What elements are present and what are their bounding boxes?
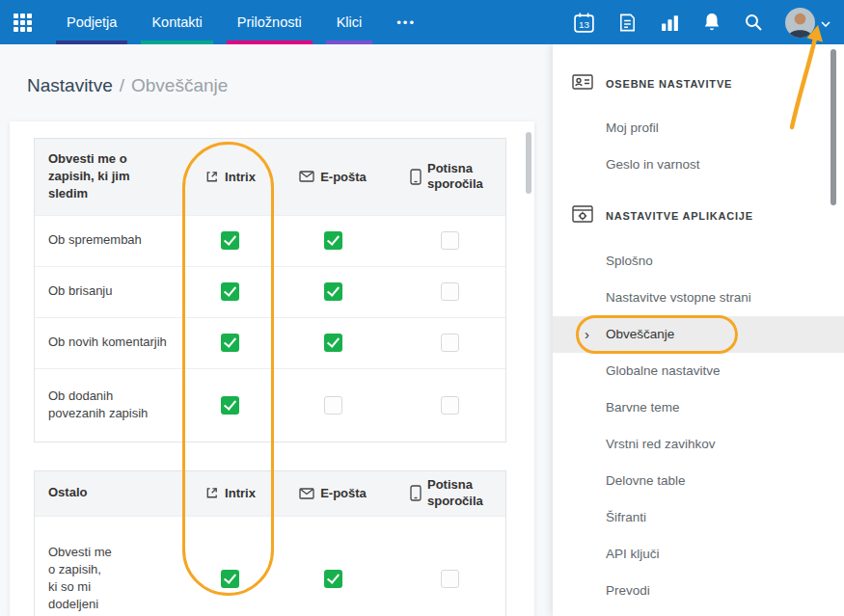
sidebar-item-splosno[interactable]: Splošno <box>553 243 844 280</box>
person-card-icon <box>572 73 593 94</box>
nav-tab-podjetja[interactable]: Podjetja <box>56 0 127 44</box>
nav-tab-label: Podjetja <box>67 14 117 30</box>
table-row-ob-dodanih-povezanih: Ob dodanih povezanih zapisih <box>35 368 505 442</box>
intrix-app-icon <box>204 170 219 184</box>
table-header-row: Obvesti me o zapisih, ki jim sledim Intr… <box>35 139 505 215</box>
sidebar-item-label: Obveščanje <box>606 327 674 341</box>
breadcrumb-nastavitve[interactable]: Nastavitve <box>27 75 113 95</box>
sidebar-scrollbar[interactable] <box>830 49 836 205</box>
sidebar-item-barvne-teme[interactable]: Barvne teme <box>553 389 844 426</box>
column-header-intrix: Intrix <box>186 170 274 184</box>
bell-icon[interactable] <box>702 12 721 33</box>
notes-icon[interactable] <box>617 13 638 33</box>
checkbox-potisna[interactable] <box>441 334 459 352</box>
column-label: Potisna sporočila <box>427 477 489 509</box>
nav-tab-label: Klici <box>337 14 363 30</box>
chevron-right-icon: › <box>585 316 589 353</box>
smartphone-icon <box>410 169 422 185</box>
checkbox-potisna[interactable] <box>441 570 459 588</box>
checkbox-eposta[interactable] <box>324 231 342 250</box>
table-row-ob-novih-komentarjih: Ob novih komentarjih <box>35 317 505 368</box>
row-label: Ob novih komentarjih <box>35 322 186 362</box>
checkbox-eposta[interactable] <box>324 334 342 352</box>
breadcrumb: Nastavitve/Obveščanje <box>27 75 228 96</box>
checkbox-intrix[interactable] <box>221 570 239 588</box>
checkbox-eposta[interactable] <box>324 396 342 415</box>
nav-tab-kontakti[interactable]: Kontakti <box>141 0 212 44</box>
nav-underline <box>326 40 373 44</box>
table-row-ob-brisanju: Ob brisanju <box>35 266 505 317</box>
nav-underline <box>227 40 313 44</box>
envelope-icon <box>299 171 314 182</box>
sidebar-item-api-kljuci[interactable]: API ključi <box>553 536 844 573</box>
checkbox-potisna[interactable] <box>441 282 459 301</box>
column-label: E-pošta <box>320 170 367 184</box>
notifications-card: Obvesti me o zapisih, ki jim sledim Intr… <box>10 121 534 616</box>
column-label: Potisna sporočila <box>427 161 489 193</box>
checkbox-potisna[interactable] <box>441 396 459 415</box>
nav-tab-label: Kontakti <box>151 14 202 30</box>
smartphone-icon <box>410 485 422 501</box>
checkbox-potisna[interactable] <box>441 231 459 250</box>
topbar: Podjetja Kontakti Priložnosti Klici ••• … <box>0 0 844 44</box>
app-settings-icon <box>572 205 593 227</box>
sidebar-item-delovne-table[interactable]: Delovne table <box>553 463 844 499</box>
sidebar-section-header: NASTAVITVE APLIKACIJE <box>572 203 844 228</box>
nav-tab-klici[interactable]: Klici <box>326 0 373 44</box>
table-title: Obvesti me o zapisih, ki jim sledim <box>35 139 186 215</box>
column-header-potisna: Potisna sporočila <box>392 477 507 509</box>
sidebar-item-geslo-in-varnost[interactable]: Geslo in varnost <box>553 147 844 183</box>
main-nav: Podjetja Kontakti Priložnosti Klici ••• <box>56 0 440 44</box>
topbar-actions: 13 <box>573 8 830 38</box>
breadcrumb-separator: / <box>120 75 124 95</box>
envelope-icon <box>299 488 314 499</box>
sidebar-item-globalne-nastavitve[interactable]: Globalne nastavitve <box>553 353 844 389</box>
sidebar-item-moj-profil[interactable]: Moj profil <box>553 110 844 147</box>
chevron-down-icon[interactable] <box>821 13 830 31</box>
column-header-eposta: E-pošta <box>274 486 392 500</box>
checkbox-eposta[interactable] <box>324 282 342 301</box>
other-notifications-table: Ostalo Intrix E-pošta <box>34 470 506 616</box>
checkbox-intrix[interactable] <box>221 231 239 250</box>
table-title: Ostalo <box>35 472 186 513</box>
nav-tab-label: Priložnosti <box>237 14 302 30</box>
search-icon[interactable] <box>744 13 763 32</box>
checkbox-intrix[interactable] <box>221 334 239 352</box>
nav-underline <box>141 40 212 44</box>
content-scrollbar[interactable] <box>526 132 531 194</box>
sidebar-item-prevodi[interactable]: Prevodi <box>553 573 844 609</box>
avatar[interactable] <box>785 8 815 38</box>
apps-grid-icon[interactable] <box>14 13 32 32</box>
sidebar-item-obvescanje[interactable]: › Obveščanje <box>553 316 844 353</box>
row-label: Obvesti me o zapisih, ki so mi dodeljeni <box>35 532 186 616</box>
follow-notifications-table: Obvesti me o zapisih, ki jim sledim Intr… <box>34 138 506 442</box>
nav-tab-priloznosti[interactable]: Priložnosti <box>227 0 313 44</box>
sidebar-section-personal: OSEBNE NASTAVITVE Moj profil Geslo in va… <box>572 71 844 183</box>
sidebar-item-vrstni-red-zavihkov[interactable]: Vrstni red zavihkov <box>553 426 844 463</box>
calendar-icon[interactable]: 13 <box>573 12 595 34</box>
column-header-potisna: Potisna sporočila <box>392 161 507 193</box>
page-title: Obveščanje <box>131 75 228 95</box>
sidebar-item-nastavitve-vstopne-strani[interactable]: Nastavitve vstopne strani <box>553 280 844 316</box>
sidebar-section-header: OSEBNE NASTAVITVE <box>572 71 844 96</box>
checkbox-intrix[interactable] <box>221 396 239 415</box>
table-row-ob-spremembah: Ob spremembah <box>35 215 505 266</box>
checkbox-intrix[interactable] <box>221 282 239 301</box>
column-label: Intrix <box>225 486 256 500</box>
settings-sidebar: OSEBNE NASTAVITVE Moj profil Geslo in va… <box>553 44 844 616</box>
row-label: Ob spremembah <box>35 220 186 260</box>
nav-tab-more[interactable]: ••• <box>386 0 426 44</box>
row-label: Ob dodanih povezanih zapisih <box>35 376 186 434</box>
checkbox-eposta[interactable] <box>324 570 342 588</box>
more-dots-icon: ••• <box>396 15 416 30</box>
column-label: Intrix <box>225 170 256 184</box>
intrix-app-icon <box>204 486 219 500</box>
bar-chart-icon[interactable] <box>660 13 680 33</box>
sidebar-section-title: NASTAVITVE APLIKACIJE <box>606 210 753 222</box>
sidebar-section-title: OSEBNE NASTAVITVE <box>606 78 732 90</box>
column-label: E-pošta <box>320 486 367 500</box>
sidebar-item-sifranti[interactable]: Šifranti <box>553 499 844 536</box>
table-header-row: Ostalo Intrix E-pošta <box>35 471 505 516</box>
user-menu[interactable] <box>785 8 830 38</box>
column-header-eposta: E-pošta <box>274 170 392 184</box>
